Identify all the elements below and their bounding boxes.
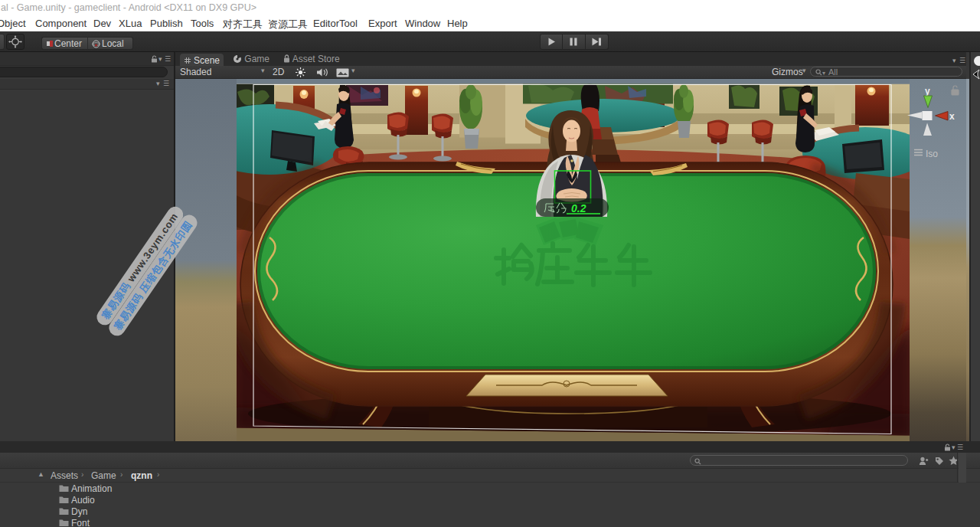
svg-text:Iso: Iso: [926, 149, 938, 159]
svg-text:x: x: [949, 111, 955, 122]
svg-text:y: y: [925, 86, 930, 97]
svg-text:0.2: 0.2: [571, 202, 586, 214]
